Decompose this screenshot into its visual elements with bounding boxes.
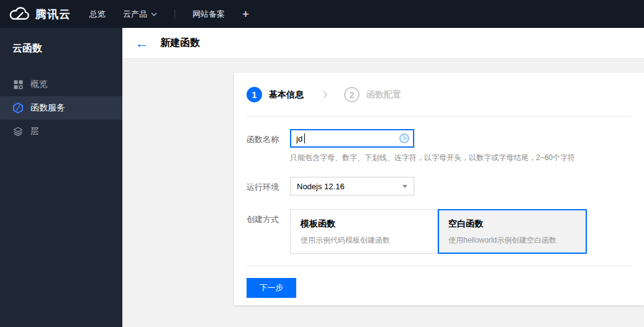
sidebar: 云函数 概览 — [0, 28, 122, 327]
method-label: 创建方式 — [247, 209, 290, 254]
top-navbar: 腾讯云 总览 云产品 网站备案 + — [0, 0, 644, 28]
sidebar-item-function-service-label: 函数服务 — [30, 102, 65, 114]
scf-hexagon-icon — [12, 102, 24, 114]
sidebar-item-function-service[interactable]: 函数服务 — [0, 96, 122, 120]
sidebar-title: 云函数 — [0, 28, 122, 73]
grid-icon — [12, 80, 24, 89]
form-row-function-name: 函数名称 — [247, 129, 632, 163]
main-area: ← 新建函数 1 基本信息 2 — [122, 28, 644, 327]
function-name-input-wrap — [290, 129, 414, 148]
add-tab-button[interactable]: + — [242, 7, 249, 21]
runtime-label: 运行环境 — [247, 177, 290, 195]
create-function-card: 1 基本信息 2 函数配置 函数 — [234, 73, 644, 305]
step-chevron-icon — [322, 91, 328, 99]
function-name-label: 函数名称 — [247, 129, 290, 163]
page-title: 新建函数 — [160, 37, 200, 50]
sidebar-item-overview-label: 概览 — [30, 79, 48, 90]
form-row-method: 创建方式 模板函数 使用示例代码模板创建函数 空白函数 使用helloworld… — [247, 209, 632, 254]
page-header: ← 新建函数 — [122, 28, 644, 59]
validating-clock-icon — [399, 133, 410, 146]
function-name-input[interactable] — [290, 129, 414, 148]
form-row-runtime: 运行环境 Nodejs 12.16 — [247, 177, 632, 195]
select-caret-icon — [402, 185, 407, 188]
back-button[interactable]: ← — [135, 37, 148, 50]
chevron-down-icon — [151, 12, 157, 16]
nav-separator — [175, 9, 175, 19]
method-option-template-desc: 使用示例代码模板创建函数 — [301, 235, 431, 246]
content-area: 1 基本信息 2 函数配置 函数 — [122, 59, 644, 327]
nav-item-icp-label: 网站备案 — [193, 9, 225, 20]
next-step-button[interactable]: 下一步 — [247, 278, 296, 298]
method-option-template[interactable]: 模板函数 使用示例代码模板创建函数 — [290, 209, 438, 254]
text-cursor — [304, 133, 305, 143]
step-2-label: 函数配置 — [366, 89, 401, 101]
nav-item-cloud-products-label: 云产品 — [123, 9, 147, 20]
runtime-select-value: Nodejs 12.16 — [297, 182, 345, 191]
method-option-blank-title: 空白函数 — [448, 218, 579, 230]
nav-item-overview[interactable]: 总览 — [89, 9, 106, 20]
sidebar-item-layers-label: 层 — [30, 126, 39, 137]
runtime-select[interactable]: Nodejs 12.16 — [290, 177, 414, 195]
method-option-blank[interactable]: 空白函数 使用helloworld示例创建空白函数 — [438, 209, 587, 254]
card-footer: 下一步 — [234, 266, 644, 310]
nav-item-overview-label: 总览 — [89, 9, 106, 20]
screen: 腾讯云 总览 云产品 网站备案 + 云函数 — [0, 0, 644, 327]
method-option-blank-desc: 使用helloworld示例创建空白函数 — [448, 235, 579, 246]
step-function-config: 2 函数配置 — [344, 87, 401, 102]
brand[interactable]: 腾讯云 — [9, 7, 71, 22]
step-2-badge: 2 — [344, 87, 360, 102]
step-1-badge: 1 — [247, 87, 262, 102]
layers-icon — [12, 127, 24, 137]
sidebar-item-layers[interactable]: 层 — [0, 120, 122, 143]
sidebar-menu: 概览 函数服务 — [0, 73, 122, 143]
plus-icon: + — [242, 7, 249, 21]
tencent-cloud-logo-icon — [9, 7, 30, 22]
wizard-steps: 1 基本信息 2 函数配置 — [247, 73, 632, 117]
sidebar-item-overview[interactable]: 概览 — [0, 73, 122, 96]
function-name-hint: 只能包含字母、数字、下划线、连字符，以字母开头，以数字或字母结尾，2~60个字符 — [290, 153, 575, 163]
basic-info-form: 函数名称 — [234, 117, 644, 254]
method-options: 模板函数 使用示例代码模板创建函数 空白函数 使用helloworld示例创建空… — [290, 209, 587, 254]
nav-item-icp[interactable]: 网站备案 — [193, 9, 225, 20]
nav-item-cloud-products[interactable]: 云产品 — [123, 9, 157, 20]
method-option-template-title: 模板函数 — [301, 218, 431, 230]
step-1-label: 基本信息 — [269, 89, 304, 101]
step-basic-info: 1 基本信息 — [247, 87, 304, 102]
brand-label: 腾讯云 — [35, 7, 71, 22]
